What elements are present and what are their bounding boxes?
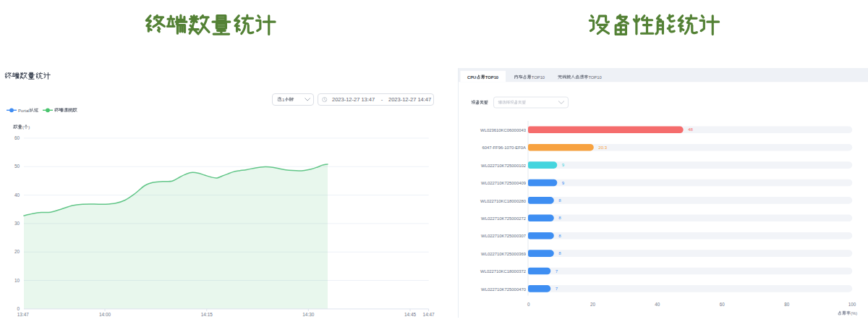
svg-text:WL022710KC18000372: WL022710KC18000372: [480, 269, 526, 274]
svg-text:30: 30: [14, 221, 20, 226]
svg-text:9: 9: [562, 180, 565, 185]
svg-text:WL022710K725000369: WL022710K725000369: [481, 252, 526, 256]
svg-text:1: 1: [282, 97, 285, 102]
svg-text:8: 8: [558, 215, 561, 220]
svg-text:TOP10: TOP10: [485, 75, 498, 80]
svg-text:TOP10: TOP10: [588, 75, 601, 80]
svg-text:14:15: 14:15: [201, 312, 213, 317]
svg-text:WL023610KC06000043: WL023610KC06000043: [480, 128, 527, 132]
svg-text:20: 20: [14, 249, 20, 254]
svg-text:WL022710K725000409: WL022710K725000409: [481, 181, 526, 185]
svg-text:40: 40: [655, 302, 660, 307]
svg-text:2023-12-27 13:47: 2023-12-27 13:47: [332, 96, 375, 103]
svg-text:TOP10: TOP10: [532, 75, 545, 80]
svg-text:(%): (%): [851, 311, 857, 316]
svg-text:20: 20: [590, 302, 596, 307]
svg-text:8: 8: [558, 198, 561, 203]
svg-text:0: 0: [17, 306, 20, 311]
svg-text:14:47: 14:47: [423, 312, 435, 317]
svg-text:WL022710KC18000280: WL022710KC18000280: [480, 199, 527, 203]
svg-text:60: 60: [14, 135, 20, 140]
svg-text:8: 8: [558, 233, 561, 238]
svg-text:80: 80: [784, 302, 790, 307]
svg-text:WL022710K725000307: WL022710K725000307: [481, 234, 526, 238]
svg-text:60: 60: [720, 302, 726, 307]
svg-text:10: 10: [14, 278, 20, 283]
svg-text:50: 50: [14, 164, 20, 169]
svg-text:7: 7: [556, 286, 558, 291]
svg-text:14:00: 14:00: [99, 312, 111, 317]
svg-text:WL022710K725000102: WL022710K725000102: [481, 164, 526, 168]
svg-text:100: 100: [848, 302, 856, 307]
svg-text:WL022710K725000272: WL022710K725000272: [481, 216, 526, 221]
svg-text:48: 48: [688, 127, 693, 132]
svg-text:7: 7: [556, 268, 558, 274]
svg-text:0: 0: [527, 302, 530, 307]
svg-text:WL022710K725000470: WL022710K725000470: [481, 287, 527, 292]
svg-text:Portal: Portal: [18, 109, 30, 113]
svg-text:9: 9: [562, 162, 565, 167]
svg-text:6047-FF96-1070-EF0A: 6047-FF96-1070-EF0A: [482, 145, 526, 150]
svg-text:20.3: 20.3: [598, 145, 607, 150]
svg-text:14:30: 14:30: [302, 312, 314, 317]
svg-text:2023-12-27 14:47: 2023-12-27 14:47: [388, 96, 431, 103]
svg-text:(: (: [22, 125, 24, 130]
svg-text:40: 40: [14, 192, 20, 198]
svg-text:8: 8: [558, 250, 561, 255]
svg-text:CPU: CPU: [467, 75, 476, 80]
svg-text:13:47: 13:47: [17, 312, 29, 317]
svg-text:): ): [28, 125, 30, 130]
svg-text:14:45: 14:45: [404, 312, 416, 317]
